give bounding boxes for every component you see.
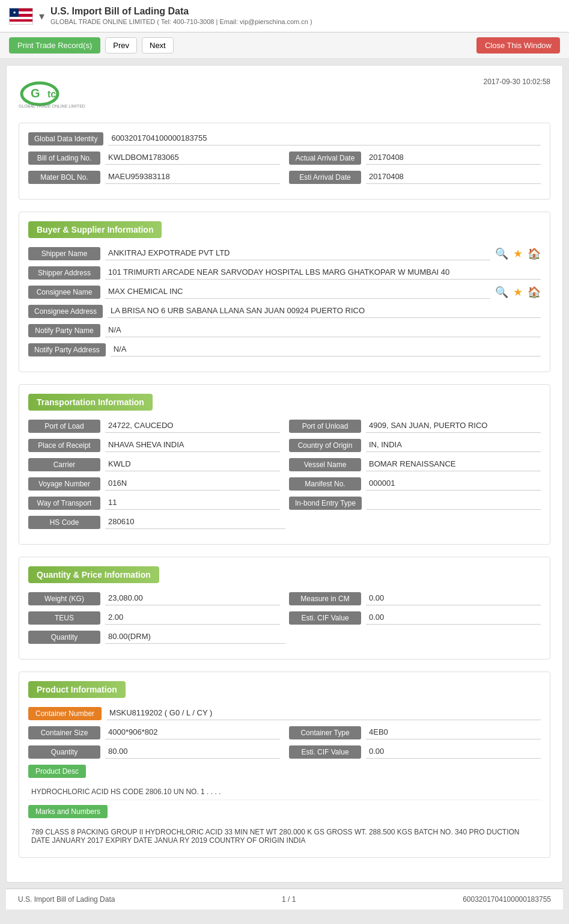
transportation-header: Transportation Information	[28, 394, 541, 420]
notify-party-address-value: N/A	[111, 343, 541, 356]
close-button[interactable]: Close This Window	[476, 37, 560, 54]
voyage-number-value: 016N	[105, 477, 280, 491]
voyage-manifest-row: Voyage Number 016N Manifest No. 000001	[28, 477, 541, 491]
record-info-box: Global Data Identity 6003201704100000183…	[19, 123, 550, 200]
quantity-price-section: Quantity & Price Information Weight (KG)…	[19, 557, 550, 659]
footer-center: 1 / 1	[282, 895, 296, 904]
svg-text:GLOBAL TRADE ONLINE LIMITED: GLOBAL TRADE ONLINE LIMITED	[19, 104, 85, 108]
product-qty-cif-row: Quantity 80.00 Esti. CIF Value 0.00	[28, 745, 541, 759]
shipper-home-icon[interactable]: 🏠	[528, 247, 541, 260]
teus-col: TEUS 2.00	[28, 611, 280, 625]
weight-col: Weight (KG) 23,080.00	[28, 592, 280, 605]
container-type-col: Container Type 4EB0	[289, 726, 541, 739]
shipper-name-row: Shipper Name ANKITRAJ EXPOTRADE PVT LTD …	[28, 247, 541, 260]
voyage-col: Voyage Number 016N	[28, 477, 280, 491]
product-esti-cif-label: Esti. CIF Value	[289, 745, 361, 759]
actual-arrival-label: Actual Arrival Date	[289, 151, 361, 165]
carrier-col: Carrier KWLD	[28, 458, 280, 471]
shipper-address-value: 101 TRIMURTI ARCADE NEAR SARVODAY HOSPIT…	[105, 266, 541, 280]
container-size-col: Container Size 4000*906*802	[28, 726, 280, 739]
measure-label: Measure in CM	[289, 592, 361, 605]
hs-code-row: HS Code 280610	[28, 516, 541, 529]
svg-text:tc: tc	[47, 89, 56, 99]
voyage-number-label: Voyage Number	[28, 477, 100, 491]
consignee-home-icon[interactable]: 🏠	[528, 286, 541, 299]
vessel-name-col: Vessel Name BOMAR RENAISSANCE	[289, 458, 541, 471]
container-number-button[interactable]: Container Number	[28, 707, 102, 720]
shipper-address-label: Shipper Address	[28, 266, 100, 280]
print-button[interactable]: Print Trade Record(s)	[9, 37, 100, 54]
teus-cif-row: TEUS 2.00 Esti. CIF Value 0.00	[28, 611, 541, 625]
actual-arrival-col: Actual Arrival Date 20170408	[289, 151, 541, 165]
weight-value: 23,080.00	[105, 592, 280, 605]
port-of-unload-value: 4909, SAN JUAN, PUERTO RICO	[366, 420, 541, 433]
manifest-no-label: Manifest No.	[289, 477, 361, 491]
manifest-no-value: 000001	[366, 477, 541, 491]
container-size-type-row: Container Size 4000*906*802 Container Ty…	[28, 726, 541, 739]
consignee-name-label: Consignee Name	[28, 286, 100, 299]
esti-arrival-value: 20170408	[366, 171, 541, 184]
next-button[interactable]: Next	[142, 37, 174, 54]
carrier-label: Carrier	[28, 458, 100, 471]
way-of-transport-label: Way of Transport	[28, 497, 100, 510]
container-type-label: Container Type	[289, 726, 361, 739]
teus-value: 2.00	[105, 611, 280, 625]
manifest-col: Manifest No. 000001	[289, 477, 541, 491]
esti-cif-label: Esti. CIF Value	[289, 611, 361, 625]
svg-text:G: G	[31, 87, 40, 100]
vessel-name-value: BOMAR RENAISSANCE	[366, 458, 541, 471]
way-of-transport-value: 11	[105, 497, 280, 510]
logo-area: G tc GLOBAL TRADE ONLINE LIMITED 2017-09…	[19, 78, 550, 111]
product-esti-cif-col: Esti. CIF Value 0.00	[289, 745, 541, 759]
shipper-star-icon[interactable]: ★	[513, 247, 523, 260]
logo: G tc GLOBAL TRADE ONLINE LIMITED	[19, 78, 91, 111]
toolbar: Print Trade Record(s) Prev Next Close Th…	[0, 32, 569, 59]
mater-bol-label: Mater BOL No.	[28, 171, 100, 184]
global-data-row: Global Data Identity 6003201704100000183…	[28, 132, 541, 145]
product-desc-text: HYDROCHLORIC ACID HS CODE 2806.10 UN NO.…	[28, 784, 541, 800]
product-title: Product Information	[28, 681, 126, 698]
quantity-price-header: Quantity & Price Information	[28, 566, 541, 592]
teus-label: TEUS	[28, 611, 100, 625]
consignee-address-value: LA BRISA NO 6 URB SABANA LLANA SAN JUAN …	[108, 305, 541, 318]
product-quantity-col: Quantity 80.00	[28, 745, 280, 759]
measure-col: Measure in CM 0.00	[289, 592, 541, 605]
product-desc-button[interactable]: Product Desc	[28, 765, 86, 778]
consignee-star-icon[interactable]: ★	[513, 286, 523, 299]
mater-bol-row: Mater BOL No. MAEU959383118 Esti Arrival…	[28, 171, 541, 184]
consignee-address-row: Consignee Address LA BRISA NO 6 URB SABA…	[28, 305, 541, 318]
transport-inbond-row: Way of Transport 11 In-bond Entry Type	[28, 497, 541, 510]
measure-value: 0.00	[366, 592, 541, 605]
place-of-receipt-label: Place of Receipt	[28, 439, 100, 452]
consignee-search-icon[interactable]: 🔍	[495, 286, 508, 299]
weight-measure-row: Weight (KG) 23,080.00 Measure in CM 0.00	[28, 592, 541, 605]
in-bond-entry-label: In-bond Entry Type	[289, 497, 362, 510]
bol-value: KWLDBOM1783065	[105, 151, 280, 165]
port-of-load-value: 24722, CAUCEDO	[105, 420, 280, 433]
container-number-row: Container Number MSKU8119202 ( G0 / L / …	[28, 707, 541, 720]
in-bond-col: In-bond Entry Type	[289, 497, 541, 510]
place-of-receipt-col: Place of Receipt NHAVA SHEVA INDIA	[28, 439, 280, 452]
marks-row: Marks and Numbers	[28, 805, 541, 818]
marks-button[interactable]: Marks and Numbers	[28, 805, 108, 818]
weight-label: Weight (KG)	[28, 592, 100, 605]
port-of-unload-label: Port of Unload	[289, 420, 361, 433]
notify-party-address-row: Notify Party Address N/A	[28, 343, 541, 356]
main-content: G tc GLOBAL TRADE ONLINE LIMITED 2017-09…	[6, 65, 563, 883]
gtc-logo: G tc GLOBAL TRADE ONLINE LIMITED	[19, 78, 91, 111]
mater-bol-value: MAEU959383118	[105, 171, 280, 184]
in-bond-entry-value	[367, 497, 541, 510]
receipt-origin-row: Place of Receipt NHAVA SHEVA INDIA Count…	[28, 439, 541, 452]
shipper-search-icon[interactable]: 🔍	[495, 247, 508, 260]
product-quantity-label: Quantity	[28, 745, 100, 759]
transportation-title: Transportation Information	[28, 394, 153, 411]
quantity-price-title: Quantity & Price Information	[28, 566, 159, 583]
footer-right: 6003201704100000183755	[463, 895, 551, 904]
consignee-address-label: Consignee Address	[28, 305, 103, 318]
prev-button[interactable]: Prev	[105, 37, 137, 54]
consignee-name-value: MAX CHEMICAL INC	[105, 286, 490, 299]
container-number-value: MSKU8119202 ( G0 / L / CY )	[106, 707, 541, 720]
global-data-value: 6003201704100000183755	[108, 132, 541, 145]
flag-dropdown-arrow[interactable]: ▾	[39, 10, 44, 23]
quantity-row: Quantity 80.00(DRM)	[28, 631, 541, 644]
